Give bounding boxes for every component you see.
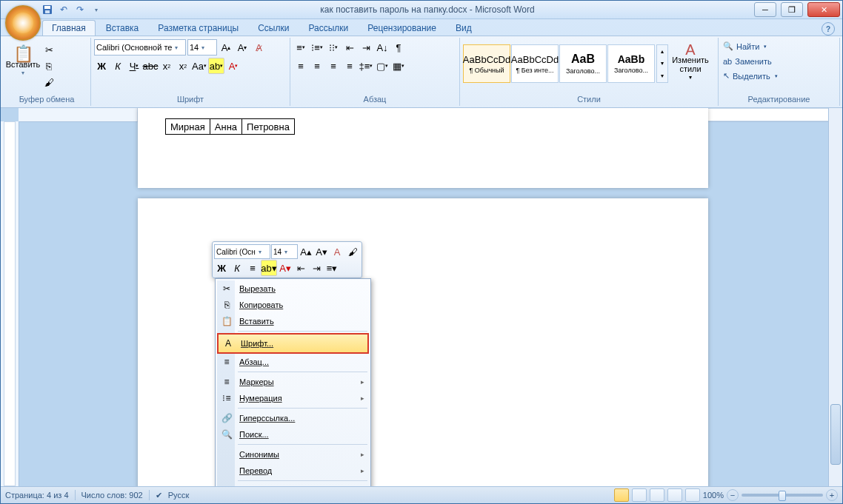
view-full-screen-button[interactable] — [632, 488, 647, 502]
help-icon[interactable]: ? — [822, 22, 835, 36]
clear-format-icon[interactable]: A̷ — [251, 40, 266, 55]
mini-highlight-button[interactable]: ab▾ — [261, 260, 277, 276]
zoom-out-button[interactable]: − — [727, 489, 739, 501]
zoom-slider-thumb[interactable] — [779, 491, 786, 501]
menu-search[interactable]: 🔍Поиск... — [217, 426, 369, 443]
subscript-button[interactable]: x2 — [159, 58, 174, 73]
menu-numbering[interactable]: ⁝≡Нумерация▸ — [217, 390, 369, 406]
status-proofing-icon[interactable]: ✔ — [156, 491, 162, 500]
office-button[interactable] — [5, 5, 41, 41]
style-heading1[interactable]: AaBЗаголово... — [559, 44, 607, 83]
view-outline-button[interactable] — [667, 488, 682, 502]
styles-gallery[interactable]: AaBbCcDd¶ Обычный AaBbCcDd¶ Без инте... … — [463, 44, 655, 83]
mini-center-button[interactable]: ≡ — [245, 261, 260, 275]
indent-inc-button[interactable]: ⇥ — [359, 40, 373, 55]
tab-layout[interactable]: Разметка страницы — [149, 21, 247, 36]
view-web-button[interactable] — [650, 488, 664, 502]
cut-icon[interactable]: ✂ — [41, 42, 56, 57]
borders-button[interactable]: ▦▾ — [391, 58, 406, 73]
mini-styles-icon[interactable]: A — [330, 244, 344, 259]
format-painter-icon[interactable]: 🖌 — [41, 75, 56, 90]
paste-button[interactable]: 📋 Вставить ▾ — [6, 39, 40, 88]
view-draft-button[interactable] — [685, 488, 700, 502]
style-heading2[interactable]: AaBbЗаголово... — [607, 44, 655, 83]
mini-indent-dec-button[interactable]: ⇤ — [293, 261, 308, 275]
close-button[interactable]: ✕ — [807, 2, 840, 17]
table-row[interactable]: Мирная Анна Петровна — [166, 119, 295, 135]
find-button[interactable]: 🔍Найти▾ — [722, 39, 768, 53]
font-color-button[interactable]: A▾ — [226, 58, 241, 73]
sort-button[interactable]: A↓ — [375, 40, 390, 55]
font-name-combo[interactable]: Calibri (Основной те▾ — [94, 39, 186, 56]
menu-cut[interactable]: ✂Вырезать — [217, 280, 369, 297]
menu-synonyms[interactable]: Синонимы▸ — [217, 446, 369, 463]
status-words[interactable]: Число слов: 902 — [81, 491, 143, 500]
numbering-button[interactable]: ⁝≡▾ — [310, 40, 324, 55]
superscript-button[interactable]: x2 — [176, 58, 190, 73]
zoom-level[interactable]: 100% — [703, 491, 724, 500]
status-lang[interactable]: Русск — [168, 491, 190, 500]
multilevel-button[interactable]: ⁝⁝▾ — [326, 40, 341, 55]
mini-size-combo[interactable]: 14▾ — [271, 244, 298, 259]
mini-bold-button[interactable]: Ж — [214, 261, 229, 275]
qat-dropdown-icon[interactable]: ▾ — [90, 3, 103, 16]
save-icon[interactable] — [41, 3, 54, 16]
style-no-spacing[interactable]: AaBbCcDd¶ Без инте... — [511, 44, 559, 83]
menu-paste[interactable]: 📋Вставить — [217, 313, 369, 329]
scrollbar-thumb[interactable] — [830, 404, 841, 465]
mini-grow-font-icon[interactable]: A▴ — [299, 244, 313, 259]
highlight-button[interactable]: ab▾ — [208, 58, 224, 74]
tab-review[interactable]: Рецензирование — [359, 21, 445, 36]
menu-styles[interactable]: Стили▸ — [217, 483, 369, 486]
change-styles-button[interactable]: A Изменить стили▾ — [670, 39, 711, 88]
mini-format-painter-icon[interactable]: 🖌 — [345, 244, 360, 259]
zoom-in-button[interactable]: + — [826, 489, 838, 501]
mini-font-combo[interactable]: Calibri (Осн▾ — [214, 244, 270, 259]
redo-icon[interactable]: ↷ — [73, 3, 87, 16]
tab-refs[interactable]: Ссылки — [249, 21, 298, 36]
replace-button[interactable]: abЗаменить — [722, 54, 773, 68]
underline-button[interactable]: Ч▾ — [127, 58, 141, 73]
menu-translate[interactable]: Перевод▸ — [217, 463, 369, 479]
table-cell[interactable]: Петровна — [242, 119, 295, 135]
menu-font[interactable]: AШрифт... — [217, 333, 369, 354]
tab-home[interactable]: Главная — [42, 20, 96, 36]
align-center-button[interactable]: ≡ — [310, 58, 324, 73]
line-spacing-button[interactable]: ‡≡▾ — [359, 58, 373, 73]
bullets-button[interactable]: ≡▾ — [293, 40, 308, 55]
italic-button[interactable]: К — [110, 58, 125, 73]
copy-icon[interactable]: ⎘ — [41, 58, 56, 73]
strike-button[interactable]: abc — [143, 58, 158, 73]
font-size-combo[interactable]: 14▾ — [187, 39, 217, 56]
show-marks-button[interactable]: ¶ — [391, 40, 406, 55]
vertical-ruler[interactable] — [1, 121, 19, 486]
align-left-button[interactable]: ≡ — [293, 58, 308, 73]
mini-shrink-font-icon[interactable]: A▾ — [314, 244, 329, 259]
tab-mail[interactable]: Рассылки — [299, 21, 357, 36]
document-table[interactable]: Мирная Анна Петровна — [165, 118, 295, 135]
gallery-scroll[interactable]: ▴▾▾ — [656, 44, 668, 83]
document-page-top[interactable]: Мирная Анна Петровна — [138, 108, 708, 188]
undo-icon[interactable]: ↶ — [57, 3, 70, 16]
mini-italic-button[interactable]: К — [230, 261, 244, 275]
zoom-slider[interactable] — [742, 494, 823, 497]
menu-hyperlink[interactable]: 🔗Гиперссылка... — [217, 410, 369, 426]
indent-dec-button[interactable]: ⇤ — [342, 40, 357, 55]
vertical-scrollbar[interactable] — [828, 108, 842, 486]
view-print-layout-button[interactable] — [614, 488, 629, 502]
mini-bullets-button[interactable]: ≡▾ — [324, 261, 339, 275]
minimize-button[interactable]: ─ — [754, 2, 776, 17]
menu-bullets[interactable]: ≡Маркеры▸ — [217, 374, 369, 390]
select-button[interactable]: ↖Выделить▾ — [722, 69, 779, 83]
status-page[interactable]: Страница: 4 из 4 — [5, 491, 69, 500]
tab-insert[interactable]: Вставка — [97, 21, 148, 36]
justify-button[interactable]: ≡ — [342, 58, 357, 73]
mini-indent-inc-button[interactable]: ⇥ — [309, 261, 324, 275]
style-normal[interactable]: AaBbCcDd¶ Обычный — [463, 44, 510, 83]
shrink-font-icon[interactable]: A▾ — [235, 40, 250, 55]
shading-button[interactable]: ▢▾ — [375, 58, 390, 73]
menu-paragraph[interactable]: ≡Абзац... — [217, 354, 369, 370]
tab-view[interactable]: Вид — [447, 21, 481, 36]
mini-font-color-button[interactable]: A▾ — [278, 261, 293, 275]
grow-font-icon[interactable]: A▴ — [219, 40, 233, 55]
